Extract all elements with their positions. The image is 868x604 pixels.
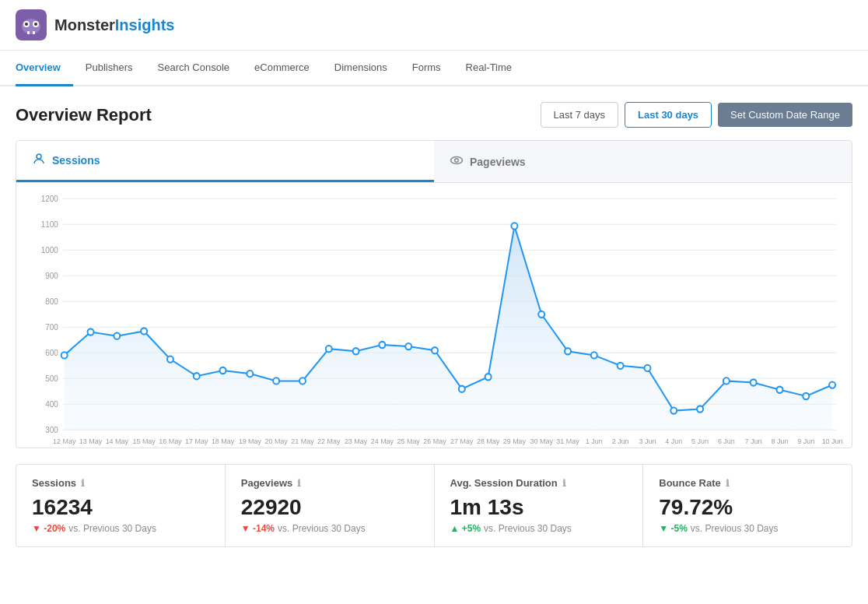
svg-point-4 bbox=[25, 23, 28, 26]
stat-avg-duration-value: 1m 13s bbox=[450, 495, 628, 520]
report-header: Overview Report Last 7 days Last 30 days… bbox=[16, 102, 852, 128]
chart-point bbox=[247, 370, 253, 377]
chart-point bbox=[776, 387, 782, 393]
bounce-rate-info-icon[interactable]: ℹ bbox=[726, 478, 730, 489]
svg-text:300: 300 bbox=[45, 426, 58, 434]
logo-insights: Insights bbox=[115, 16, 175, 33]
report-title: Overview Report bbox=[16, 105, 152, 125]
svg-text:1000: 1000 bbox=[41, 246, 58, 255]
svg-text:27 May: 27 May bbox=[450, 437, 474, 445]
pageviews-info-icon[interactable]: ℹ bbox=[297, 478, 301, 489]
nav-item-search-console[interactable]: Search Console bbox=[145, 51, 243, 86]
chart-point bbox=[273, 378, 279, 384]
svg-text:26 May: 26 May bbox=[423, 437, 446, 445]
svg-text:21 May: 21 May bbox=[291, 437, 314, 445]
svg-rect-9 bbox=[33, 31, 35, 34]
chart-point bbox=[697, 406, 703, 412]
pageviews-arrow-down-icon: ▼ bbox=[241, 523, 250, 534]
main-nav: Overview Publishers Search Console eComm… bbox=[0, 51, 868, 86]
chart-point bbox=[114, 333, 120, 339]
stat-avg-duration: Avg. Session Duration ℹ 1m 13s ▲ +5% vs.… bbox=[435, 465, 643, 546]
chart-point bbox=[405, 343, 411, 349]
sessions-icon bbox=[32, 152, 46, 169]
logo-monster: Monster bbox=[54, 16, 115, 33]
svg-text:700: 700 bbox=[45, 323, 58, 332]
chart-point bbox=[353, 348, 359, 354]
nav-item-forms[interactable]: Forms bbox=[400, 51, 453, 86]
svg-text:28 May: 28 May bbox=[477, 437, 500, 445]
chart-tabs: Sessions Pageviews bbox=[16, 141, 852, 183]
svg-text:20 May: 20 May bbox=[264, 437, 288, 445]
bounce-rate-arrow-down-icon: ▼ bbox=[659, 523, 668, 534]
svg-text:10 Jun: 10 Jun bbox=[822, 437, 843, 445]
svg-text:17 May: 17 May bbox=[185, 437, 208, 445]
chart-point bbox=[829, 381, 835, 388]
svg-text:3 Jun: 3 Jun bbox=[639, 437, 656, 445]
sessions-chart: 1200 1100 1000 900 800 700 600 500 400 3… bbox=[24, 191, 844, 448]
svg-text:4 Jun: 4 Jun bbox=[665, 437, 682, 445]
custom-date-range-button[interactable]: Set Custom Date Range bbox=[718, 103, 852, 127]
stat-bounce-rate-value: 79.72% bbox=[659, 495, 836, 520]
svg-text:1100: 1100 bbox=[41, 220, 58, 229]
svg-text:15 May: 15 May bbox=[132, 437, 156, 445]
chart-point bbox=[565, 348, 571, 354]
chart-tab-sessions[interactable]: Sessions bbox=[16, 141, 434, 182]
avg-duration-info-icon[interactable]: ℹ bbox=[562, 478, 566, 489]
last-30-days-button[interactable]: Last 30 days bbox=[625, 102, 712, 128]
svg-point-10 bbox=[37, 154, 41, 159]
main-content: Overview Report Last 7 days Last 30 days… bbox=[0, 86, 868, 563]
chart-point bbox=[511, 223, 517, 229]
nav-item-realtime[interactable]: Real-Time bbox=[453, 51, 524, 86]
chart-point bbox=[538, 311, 544, 318]
chart-container: Sessions Pageviews bbox=[16, 140, 852, 448]
chart-point bbox=[459, 386, 465, 392]
chart-point bbox=[591, 352, 597, 358]
svg-text:8 Jun: 8 Jun bbox=[772, 437, 789, 445]
nav-item-overview[interactable]: Overview bbox=[16, 51, 73, 86]
chart-area-fill bbox=[65, 226, 832, 430]
svg-text:25 May: 25 May bbox=[397, 437, 421, 445]
svg-point-5 bbox=[34, 23, 37, 26]
svg-text:2 Jun: 2 Jun bbox=[612, 437, 629, 445]
stat-sessions-label: Sessions ℹ bbox=[32, 477, 209, 489]
chart-point bbox=[61, 352, 68, 358]
sessions-info-icon[interactable]: ℹ bbox=[81, 478, 85, 489]
chart-point bbox=[803, 393, 809, 399]
monster-logo-icon bbox=[16, 9, 47, 40]
stat-bounce-rate-label: Bounce Rate ℹ bbox=[659, 477, 836, 489]
chart-point bbox=[618, 363, 624, 369]
svg-text:31 May: 31 May bbox=[556, 437, 579, 445]
chart-point bbox=[432, 347, 438, 353]
chart-point bbox=[723, 378, 730, 384]
svg-text:13 May: 13 May bbox=[79, 437, 103, 445]
svg-text:30 May: 30 May bbox=[530, 437, 554, 445]
pageviews-change: ▼ -14% bbox=[241, 523, 275, 534]
bounce-rate-change: ▼ -5% bbox=[659, 523, 688, 534]
svg-text:800: 800 bbox=[45, 297, 58, 306]
stat-sessions-comparison: ▼ -20% vs. Previous 30 Days bbox=[32, 523, 209, 534]
svg-text:6 Jun: 6 Jun bbox=[718, 437, 735, 445]
chart-point bbox=[88, 328, 94, 335]
sessions-arrow-down-icon: ▼ bbox=[32, 523, 41, 534]
last-7-days-button[interactable]: Last 7 days bbox=[541, 102, 619, 128]
nav-item-ecommerce[interactable]: eCommerce bbox=[242, 51, 322, 86]
nav-item-dimensions[interactable]: Dimensions bbox=[322, 51, 400, 86]
svg-text:900: 900 bbox=[45, 272, 58, 280]
stat-bounce-rate-comparison: ▼ -5% vs. Previous 30 Days bbox=[659, 523, 836, 534]
chart-point bbox=[751, 379, 757, 385]
chart-point bbox=[220, 367, 226, 374]
sessions-tab-label: Sessions bbox=[52, 154, 100, 167]
chart-tab-pageviews[interactable]: Pageviews bbox=[434, 141, 852, 182]
svg-text:19 May: 19 May bbox=[239, 437, 262, 445]
chart-point bbox=[141, 328, 147, 334]
nav-item-publishers[interactable]: Publishers bbox=[73, 51, 145, 86]
svg-text:600: 600 bbox=[45, 349, 58, 357]
pageviews-icon bbox=[450, 153, 464, 170]
svg-text:500: 500 bbox=[45, 374, 58, 383]
stat-avg-duration-comparison: ▲ +5% vs. Previous 30 Days bbox=[450, 523, 628, 534]
stat-sessions: Sessions ℹ 16234 ▼ -20% vs. Previous 30 … bbox=[16, 465, 225, 546]
date-controls: Last 7 days Last 30 days Set Custom Date… bbox=[541, 102, 852, 128]
logo-text: MonsterInsights bbox=[54, 16, 174, 34]
chart-point bbox=[299, 378, 306, 384]
logo-area: MonsterInsights bbox=[16, 9, 174, 40]
